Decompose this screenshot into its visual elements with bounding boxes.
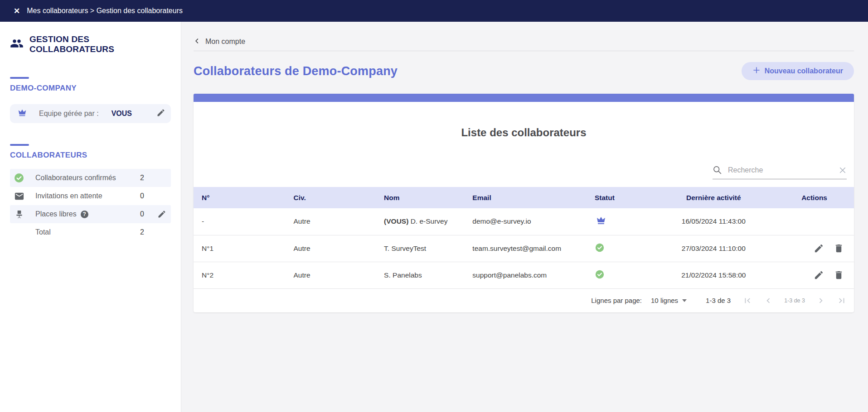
edit-free-seats-icon[interactable] xyxy=(148,210,166,219)
check-circle-icon xyxy=(14,172,24,183)
plus-icon xyxy=(752,66,761,76)
pending-label: Invitations en attente xyxy=(35,192,102,200)
collaborators-card: Liste des collaborateurs N° Civ. Nom Ema… xyxy=(194,94,854,312)
range-label: 1-3 de 3 xyxy=(706,297,731,304)
table-row: N°2 Autre S. Panelabs support@panelabs.c… xyxy=(194,262,854,288)
cell-name: T. SurveyTest xyxy=(376,235,464,262)
rows-per-page-label: Lignes par page: xyxy=(591,297,642,304)
collaborators-section: COLLABORATEURS Collaborateurs confirmés … xyxy=(10,144,171,241)
envelope-icon xyxy=(14,191,24,201)
next-page-icon[interactable] xyxy=(816,296,826,306)
cell-email: support@panelabs.com xyxy=(464,262,587,288)
people-icon xyxy=(10,37,24,52)
cell-status xyxy=(587,208,653,235)
chair-icon xyxy=(14,209,24,220)
col-header-status: Statut xyxy=(587,187,653,208)
sidebar-item-pending-invitations[interactable]: Invitations en attente 0 xyxy=(10,187,171,205)
cell-num: N°1 xyxy=(194,235,286,262)
cell-num: - xyxy=(194,208,286,235)
back-label: Mon compte xyxy=(205,38,245,46)
col-header-activity: Dernière activité xyxy=(653,187,775,208)
col-header-civ: Civ. xyxy=(286,187,376,208)
cell-name: S. Panelabs xyxy=(376,262,464,288)
last-page-icon[interactable] xyxy=(837,296,847,306)
first-page-icon[interactable] xyxy=(742,296,752,306)
page-title: Collaborateurs de Demo-Company xyxy=(194,64,398,78)
col-header-email: Email xyxy=(464,187,587,208)
app-topbar: ✕ Mes collaborateurs > Gestion des colla… xyxy=(0,0,868,22)
col-header-actions: Actions xyxy=(775,187,854,208)
cell-name-text: D. e-Survey xyxy=(408,217,447,225)
close-icon[interactable]: ✕ xyxy=(14,7,20,15)
new-collaborator-label: Nouveau collaborateur xyxy=(765,67,843,75)
help-icon[interactable]: ? xyxy=(81,211,88,218)
previous-page-icon[interactable] xyxy=(763,296,773,306)
sidebar-item-free-seats[interactable]: Places libres ? 0 xyxy=(10,205,171,223)
cell-activity: 27/03/2024 11:10:00 xyxy=(653,235,775,262)
team-managed-by-row: Equipe gérée par : VOUS xyxy=(10,104,171,123)
cell-activity: 16/05/2024 11:43:00 xyxy=(653,208,775,235)
card-title: Liste des collaborateurs xyxy=(194,102,854,139)
total-count: 2 xyxy=(140,228,148,236)
company-section: DEMO-COMPANY Equipe gérée par : VOUS xyxy=(10,77,171,123)
divider xyxy=(194,51,854,51)
total-label: Total xyxy=(35,228,51,236)
collaborators-section-title: COLLABORATEURS xyxy=(10,151,171,160)
managed-by-value: VOUS xyxy=(112,110,132,118)
free-seats-label: Places libres xyxy=(35,210,77,218)
cell-civ: Autre xyxy=(286,208,376,235)
app-title: GESTION DES COLLABORATEURS xyxy=(29,34,171,54)
cell-civ: Autre xyxy=(286,262,376,288)
caret-down-icon xyxy=(682,299,687,302)
rows-per-page-value: 10 lignes xyxy=(651,297,678,304)
back-link[interactable]: Mon compte xyxy=(194,33,271,51)
crown-icon xyxy=(16,108,28,120)
col-header-num: N° xyxy=(194,187,286,208)
collaborators-table: N° Civ. Nom Email Statut Dernière activi… xyxy=(194,187,854,289)
cell-name-you-tag: (VOUS) xyxy=(384,217,408,225)
main-content: Mon compte Collaborateurs de Demo-Compan… xyxy=(181,22,868,412)
managed-by-label: Equipe gérée par : xyxy=(39,110,112,118)
section-rule xyxy=(10,77,29,79)
section-rule xyxy=(10,144,29,146)
table-pagination: Lignes par page: 10 lignes 1-3 de 3 1-3 … xyxy=(194,289,854,312)
cell-name: (VOUS) D. e-Survey xyxy=(376,208,464,235)
card-accent-bar xyxy=(194,94,854,102)
pending-count: 0 xyxy=(140,192,148,200)
edit-icon[interactable] xyxy=(814,270,824,280)
owner-crown-icon xyxy=(595,215,607,226)
edit-manager-icon[interactable] xyxy=(156,108,165,119)
sidebar: GESTION DES COLLABORATEURS DEMO-COMPANY … xyxy=(0,22,181,412)
sidebar-item-total: Total 2 xyxy=(10,223,171,241)
cell-email: demo@e-survey.io xyxy=(464,208,587,235)
table-row: - Autre (VOUS) D. e-Survey demo@e-survey… xyxy=(194,208,854,235)
clear-search-icon[interactable] xyxy=(839,166,847,174)
search-input[interactable] xyxy=(728,166,833,174)
chevron-left-icon xyxy=(194,38,200,46)
app-brand: GESTION DES COLLABORATEURS xyxy=(10,37,171,52)
cell-civ: Autre xyxy=(286,235,376,262)
confirmed-check-icon xyxy=(595,269,605,279)
cell-status xyxy=(587,262,653,288)
cell-status xyxy=(587,235,653,262)
delete-icon[interactable] xyxy=(834,270,844,280)
delete-icon[interactable] xyxy=(834,243,844,254)
col-header-name: Nom xyxy=(376,187,464,208)
cell-email: team.surveytest@gmail.com xyxy=(464,235,587,262)
company-section-title: DEMO-COMPANY xyxy=(10,84,171,93)
cell-activity: 21/02/2024 15:58:00 xyxy=(653,262,775,288)
table-row: N°1 Autre T. SurveyTest team.surveytest@… xyxy=(194,235,854,262)
rows-per-page-select[interactable]: 10 lignes xyxy=(651,297,687,304)
edit-icon[interactable] xyxy=(814,243,824,254)
sidebar-item-confirmed[interactable]: Collaborateurs confirmés 2 xyxy=(10,169,171,187)
breadcrumb: Mes collaborateurs > Gestion des collabo… xyxy=(27,7,183,15)
confirmed-count: 2 xyxy=(140,174,148,182)
search-icon xyxy=(713,165,722,175)
confirmed-label: Collaborateurs confirmés xyxy=(35,174,116,182)
search-field xyxy=(713,165,847,179)
new-collaborator-button[interactable]: Nouveau collaborateur xyxy=(742,62,854,80)
confirmed-check-icon xyxy=(595,243,605,253)
free-seats-count: 0 xyxy=(140,210,148,218)
table-header-row: N° Civ. Nom Email Statut Dernière activi… xyxy=(194,187,854,208)
page-indicator: 1-3 de 3 xyxy=(784,297,805,304)
